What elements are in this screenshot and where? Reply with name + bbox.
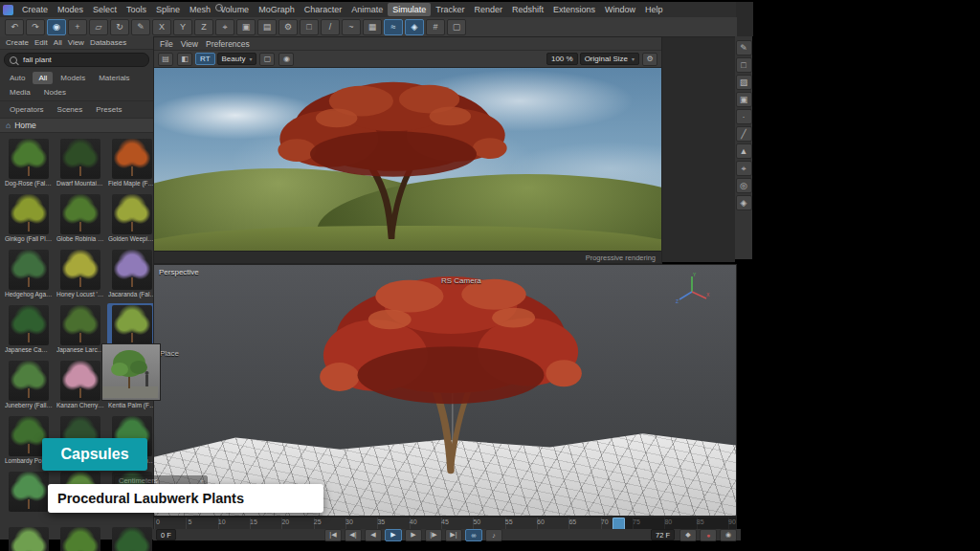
autokey-icon[interactable]: ◉ <box>720 529 737 541</box>
asset-plant-item[interactable]: Dog-Rose (Fall Plant) <box>4 137 54 189</box>
asset-plant-item[interactable]: Kanzan Cherry (Fall Pla... <box>56 359 105 411</box>
edges-mode-icon[interactable]: ╱ <box>736 126 752 142</box>
maple-tree-viewport[interactable] <box>298 264 604 477</box>
prev-frame-icon[interactable]: ◀ <box>365 529 382 541</box>
z-axis-lock[interactable]: Z <box>194 19 213 35</box>
asset-tab-presets[interactable]: Presets <box>90 103 127 116</box>
asset-menu-edit[interactable]: Edit <box>34 38 48 47</box>
snap-icon[interactable]: # <box>426 19 445 35</box>
region-render-icon[interactable]: ▢ <box>259 53 275 66</box>
asset-plant-item[interactable]: Honey Locust 'Sunburs... <box>56 248 105 300</box>
gear-icon[interactable]: ⚙ <box>642 53 657 66</box>
coordinate-system-icon[interactable]: ⌖ <box>215 19 234 35</box>
menu-animate[interactable]: Animate <box>346 3 388 16</box>
goto-end-icon[interactable]: ▶| <box>445 529 462 541</box>
snapshot-icon[interactable]: ◉ <box>278 53 294 66</box>
asset-tab-media[interactable]: Media <box>4 86 36 99</box>
render-view-icon[interactable]: ▣ <box>236 19 256 35</box>
asset-plant-item[interactable]: Japanese Camellia (Fal... <box>4 303 54 356</box>
breadcrumb[interactable]: ⌂ Home <box>0 119 153 133</box>
goto-start-icon[interactable]: |◀ <box>324 529 342 541</box>
asset-menu-view[interactable]: View <box>68 38 84 47</box>
menu-character[interactable]: Character <box>300 3 347 16</box>
polygons-mode-icon[interactable]: ▲ <box>736 143 752 159</box>
menu-simulate[interactable]: Simulate <box>388 3 431 16</box>
asset-tab-materials[interactable]: Materials <box>93 72 135 84</box>
prev-key-icon[interactable]: ◀| <box>345 529 362 541</box>
menu-extensions[interactable]: Extensions <box>548 3 600 16</box>
asset-plant-item[interactable]: Field Maple (Fall Plant) <box>107 137 157 189</box>
render-pass-select[interactable]: Beauty ▾ <box>217 53 257 65</box>
menu-redshift[interactable]: Redshift <box>507 3 548 16</box>
asset-plant-item[interactable]: Juneberry (Fall Plant) <box>4 359 54 411</box>
asset-plant-item[interactable] <box>107 525 157 551</box>
play-icon[interactable]: ▶ <box>385 529 402 541</box>
asset-plant-item[interactable] <box>4 470 54 522</box>
next-key-icon[interactable]: |▶ <box>425 529 442 541</box>
render-view-menu-preferences[interactable]: Preferences <box>206 39 250 49</box>
zoom-level-field[interactable]: 100 % <box>546 53 578 65</box>
asset-tab-auto[interactable]: Auto <box>4 72 31 84</box>
asset-plant-item[interactable]: Globe Robinia (Fall Pla... <box>56 192 105 245</box>
size-select[interactable]: Original Size ▾ <box>580 53 639 65</box>
viewport-solo-icon[interactable]: ◎ <box>736 178 752 193</box>
subdivision-surface-icon[interactable]: ▦ <box>363 19 382 35</box>
asset-plant-item[interactable]: Ginkgo (Fall Plant) <box>4 192 54 245</box>
asset-plant-item[interactable]: Hedgehog Agave (Fall ... <box>4 248 54 300</box>
asset-tab-models[interactable]: Models <box>55 72 91 84</box>
points-mode-icon[interactable]: · <box>736 109 752 124</box>
range-start-field[interactable]: 0 F <box>156 529 176 540</box>
rt-toggle-button[interactable]: RT <box>195 53 215 65</box>
live-selection-icon[interactable]: ◉ <box>47 19 66 35</box>
render-view-menu-view[interactable]: View <box>181 39 198 49</box>
model-mode-icon[interactable]: □ <box>736 57 752 73</box>
render-picture-viewer-icon[interactable]: ▤ <box>257 19 277 35</box>
asset-tab-all[interactable]: All <box>33 72 53 84</box>
menu-tracker[interactable]: Tracker <box>431 3 469 16</box>
asset-tab-nodes[interactable]: Nodes <box>38 86 72 99</box>
menu-create[interactable]: Create <box>17 3 53 16</box>
menu-help[interactable]: Help <box>640 3 668 16</box>
compare-ab-icon[interactable]: ◧ <box>177 53 192 66</box>
redo-icon[interactable]: ↷ <box>26 19 45 35</box>
render-view-menu-file[interactable]: File <box>160 39 173 49</box>
asset-plant-item[interactable]: Japanese Larch (Fall Pl... <box>56 303 105 356</box>
asset-plant-item[interactable]: Golden Weeping Willo... <box>107 192 157 245</box>
next-frame-icon[interactable]: ▶ <box>405 529 422 541</box>
add-object-icon[interactable]: □ <box>300 19 319 35</box>
workplane-mode-icon[interactable]: ▣ <box>736 92 752 107</box>
menu-mograph[interactable]: MoGraph <box>254 3 300 16</box>
rendered-image[interactable] <box>154 68 661 251</box>
perspective-viewport[interactable]: Perspective RS Camera Place Y X Z <box>153 264 737 517</box>
workplane-icon[interactable]: ▢ <box>447 19 466 35</box>
undo-icon[interactable]: ↶ <box>5 19 24 35</box>
fields-icon[interactable]: ◈ <box>405 19 424 35</box>
asset-menu-databases[interactable]: Databases <box>90 38 126 47</box>
viewport-name-label[interactable]: Perspective <box>159 268 199 276</box>
render-settings-icon[interactable]: ⚙ <box>278 19 298 35</box>
rotate-icon[interactable]: ↻ <box>110 19 129 35</box>
record-icon[interactable]: ● <box>700 529 717 541</box>
asset-plant-item[interactable] <box>56 525 105 551</box>
make-editable-icon[interactable]: ✎ <box>736 40 752 55</box>
y-axis-lock[interactable]: Y <box>173 19 192 35</box>
menu-mesh[interactable]: Mesh <box>185 3 215 16</box>
move-icon[interactable]: + <box>68 19 87 35</box>
simulation-icon[interactable]: ≈ <box>384 19 403 35</box>
asset-plant-item[interactable]: Jacaranda (Fall Plant) <box>107 248 157 300</box>
texture-mode-icon[interactable]: ▨ <box>736 75 752 90</box>
sound-icon[interactable]: ♪ <box>485 529 502 541</box>
history-icon[interactable]: ▤ <box>158 53 173 66</box>
range-end-field[interactable]: 72 F <box>651 529 675 540</box>
pen-icon[interactable]: / <box>321 19 340 35</box>
scale-icon[interactable]: ▱ <box>89 19 108 35</box>
keyframe-icon[interactable]: ◆ <box>679 529 697 541</box>
last-tool-icon[interactable]: ✎ <box>131 19 150 35</box>
menu-window[interactable]: Window <box>600 3 640 16</box>
asset-plant-item[interactable]: Dwarf Mountain Pine (F... <box>56 137 105 189</box>
x-axis-lock[interactable]: X <box>152 19 171 35</box>
plant-preview-thumbnail[interactable] <box>101 343 161 401</box>
menu-tools[interactable]: Tools <box>122 3 151 16</box>
menu-select[interactable]: Select <box>88 3 122 16</box>
loop-icon[interactable]: ∞ <box>465 529 482 541</box>
